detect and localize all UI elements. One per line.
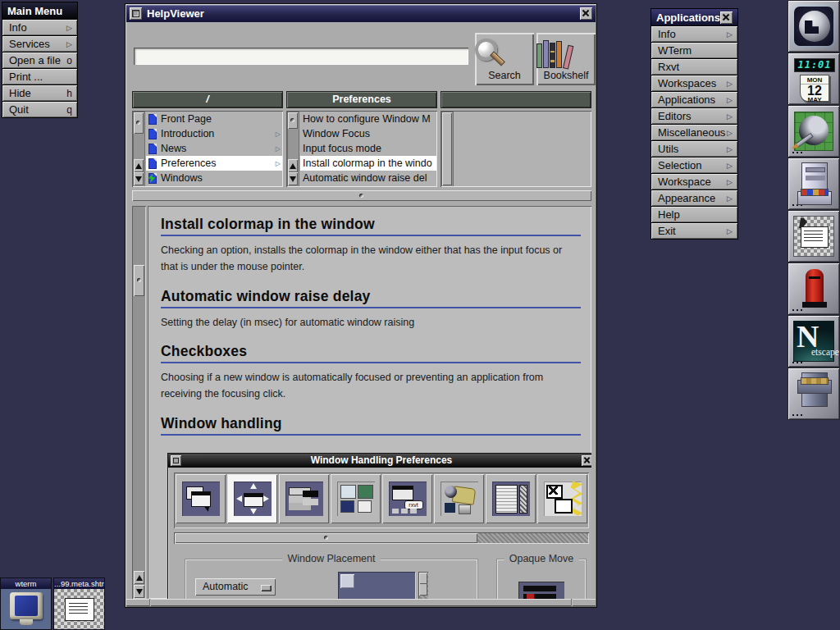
browser-list-item[interactable]: Automatic window raise del: [300, 171, 436, 185]
applications-menu-title[interactable]: Applications: [651, 9, 737, 25]
submenu-arrow-icon: ▷: [276, 145, 281, 153]
main-menu-item[interactable]: Quit q ▷: [2, 102, 77, 117]
browser-list-item[interactable]: Input focus mode: [300, 141, 436, 156]
scroll-up-icon[interactable]: [288, 159, 298, 172]
scrollbar-knob[interactable]: [288, 112, 298, 129]
applications-menu: Applications Info ▷ WTerm ▷ Rxvt ▷ Works…: [651, 8, 738, 240]
scrollbar-knob[interactable]: [134, 112, 144, 134]
dock-tile-file-cabinet-dark[interactable]: [788, 368, 840, 420]
heading-rule: [161, 235, 581, 236]
menu-item-shortcut: q: [66, 104, 72, 116]
miniwindow-wterm[interactable]: wterm: [0, 578, 52, 630]
list-item-label: Install colormap in the windo: [303, 158, 432, 169]
menu-item-label: Selection: [658, 159, 701, 171]
browser-list-item[interactable]: Install colormap in the windo: [300, 156, 436, 171]
preference-tile: [537, 474, 587, 523]
applications-menu-item[interactable]: Workspaces ▷: [651, 75, 737, 91]
scroll-down-icon[interactable]: [134, 585, 144, 598]
scroll-up-icon[interactable]: [134, 159, 144, 172]
preference-tile-icon: [234, 482, 272, 516]
section-heading: Install colormap in the window: [161, 216, 581, 233]
bookshelf-button[interactable]: Bookshelf: [536, 33, 596, 85]
miniaturize-icon[interactable]: [130, 7, 142, 20]
submenu-arrow-icon: ▷: [727, 162, 733, 170]
scroll-down-icon[interactable]: [288, 172, 298, 185]
applications-menu-item[interactable]: Utils ▷: [651, 141, 737, 157]
applications-menu-item[interactable]: Selection ▷: [651, 158, 737, 173]
column-scrollbar[interactable]: [133, 112, 145, 186]
browser-list-item[interactable]: Preferences ▷: [146, 156, 282, 171]
browser-list-item[interactable]: Windows ▷: [146, 171, 282, 185]
browser-resize-handle[interactable]: [132, 190, 591, 201]
column-scrollbar[interactable]: [441, 112, 454, 186]
document-icon: [148, 158, 157, 169]
dock-tile-filing-cabinet[interactable]: [788, 158, 840, 210]
submenu-arrow-icon: ▷: [727, 194, 733, 203]
dock-tile-text-editor[interactable]: [788, 210, 840, 262]
menu-item-label: Hide: [9, 87, 31, 99]
applications-menu-item[interactable]: Editors ▷: [651, 108, 737, 124]
help-section: Automatic window raise delay Setting the…: [161, 288, 581, 331]
applications-menu-item[interactable]: Info ▷: [651, 26, 737, 42]
dock-tile-netscape[interactable]: N etscape: [788, 315, 840, 368]
applications-menu-item[interactable]: Help ▷: [651, 207, 737, 222]
main-menu-item[interactable]: Info ▷: [2, 20, 77, 35]
scrollbar-knob[interactable]: [442, 112, 452, 185]
dock-tile-clock[interactable]: 11:01 MON 12 MAY: [788, 52, 840, 105]
applications-menu-item[interactable]: Rxvt ▷: [651, 59, 737, 75]
document-icon: [148, 114, 157, 125]
applications-menu-item[interactable]: Exit ▷: [651, 223, 737, 239]
column-scrollbar[interactable]: [287, 112, 299, 186]
main-menu-title[interactable]: Main Menu: [2, 2, 77, 19]
placement-mini-scrollbar: [418, 572, 428, 599]
placement-popup-button: Automatic: [195, 578, 276, 596]
browser-list-item[interactable]: Front Page ▷: [146, 112, 282, 126]
dock-tile-wmaker-logo[interactable]: [788, 0, 840, 52]
applications-menu-item[interactable]: Appearance ▷: [651, 190, 737, 206]
menu-item-label: Rxvt: [658, 61, 679, 73]
miniwindow-meta-shtml[interactable]: ...99.meta.shtml: [53, 578, 105, 630]
browser-list-item[interactable]: News ▷: [146, 141, 282, 156]
list-item-label: Input focus mode: [303, 143, 381, 154]
search-button[interactable]: Search: [475, 33, 534, 85]
list-item-label: Automatic window raise del: [303, 172, 427, 184]
menu-item-shortcut: h: [66, 88, 72, 99]
placement-popup-value: Automatic: [203, 581, 249, 592]
window-resizebar[interactable]: [126, 599, 596, 606]
main-menu-item[interactable]: Print ... ▷: [2, 69, 77, 84]
main-menu-item[interactable]: Open a file o ▷: [2, 52, 77, 68]
list-item-label: Front Page: [161, 113, 212, 125]
helpviewer-titlebar[interactable]: HelpViewer: [126, 5, 596, 22]
help-section: Install colormap in the window Checking …: [161, 216, 581, 276]
applications-menu-item[interactable]: Workspace ▷: [651, 174, 737, 189]
main-menu-item[interactable]: Services ▷: [2, 36, 77, 52]
dock-tile-mailbox[interactable]: [788, 262, 840, 315]
calendar-icon: MON 12 MAY: [800, 75, 829, 102]
browser-column-3: [441, 111, 591, 187]
menu-item-label: Appearance: [658, 192, 715, 204]
menu-item-label: Services: [9, 38, 50, 50]
section-heading: Automatic window raise delay: [161, 288, 581, 305]
browser-list-item[interactable]: Window Focus: [300, 126, 436, 141]
browser-list-item[interactable]: Introduction ▷: [146, 126, 282, 141]
dock-tile-wprefs[interactable]: [788, 105, 840, 158]
submenu-arrow-icon: ▷: [276, 160, 281, 167]
search-input[interactable]: [134, 48, 468, 65]
submenu-arrow-icon: ▷: [727, 178, 733, 186]
close-icon[interactable]: [720, 11, 733, 24]
scroll-down-icon[interactable]: [134, 172, 144, 185]
scroll-up-icon[interactable]: [134, 571, 144, 584]
main-menu-item[interactable]: Hide h ▷: [2, 85, 77, 101]
menu-item-label: Applications: [658, 94, 715, 106]
browser-list-item[interactable]: How to configure Window M: [300, 112, 436, 126]
close-icon[interactable]: [580, 7, 592, 20]
close-icon: [582, 455, 591, 466]
applications-menu-item[interactable]: Applications ▷: [651, 92, 737, 107]
applications-menu-item[interactable]: WTerm ▷: [651, 43, 737, 58]
applications-menu-item[interactable]: Miscellaneous ▷: [651, 125, 737, 140]
text-editor-icon: [793, 216, 834, 257]
scrollbar-knob[interactable]: [134, 265, 144, 296]
scrollbar-knob: [175, 533, 477, 543]
netscape-icon: N etscape: [793, 321, 834, 362]
content-scrollbar[interactable]: [132, 206, 146, 599]
